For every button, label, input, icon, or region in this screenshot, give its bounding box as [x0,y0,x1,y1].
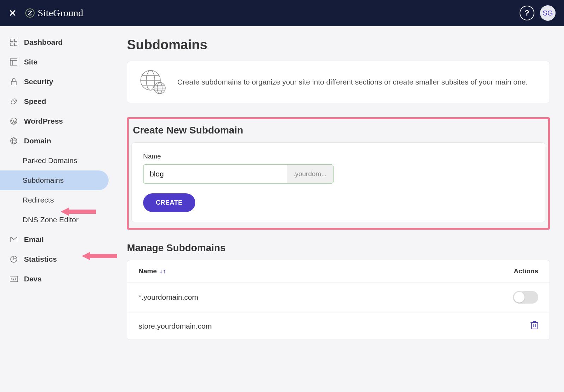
subdomain-name-input[interactable] [143,165,287,183]
sidebar-item-label: Speed [24,97,46,106]
subdomain-input-group: .yourdom... [143,164,333,183]
sidebar-item-devs[interactable]: Devs [0,269,113,289]
column-header-actions: Actions [514,267,538,275]
logo-icon [25,8,35,18]
globe-icon [10,137,18,145]
dashboard-icon [10,38,18,46]
manage-heading: Manage Subdomains [127,242,550,254]
rocket-icon [10,98,18,105]
sidebar: Dashboard Site Security Speed WordPress [0,26,113,392]
sidebar-item-label: Redirects [23,196,54,204]
create-heading: Create New Subdomain [133,125,545,136]
svg-rect-2 [14,39,17,42]
brand-logo[interactable]: SiteGround [25,7,83,19]
toggle-knob [514,292,525,303]
manage-table: Name ↓↑ Actions *.yourdomain.com store.y… [127,260,550,340]
sidebar-item-label: Devs [24,275,42,283]
create-section-highlight: Create New Subdomain Name .yourdom... CR… [127,117,550,230]
sidebar-item-label: Email [24,235,44,244]
column-header-name[interactable]: Name ↓↑ [139,267,166,275]
create-button[interactable]: CREATE [143,193,195,212]
sidebar-subitem-parked-domains[interactable]: Parked Domains [0,151,113,170]
arrow-annotation-icon [61,206,96,217]
sidebar-item-dashboard[interactable]: Dashboard [0,32,113,52]
code-icon [10,275,18,283]
svg-rect-1 [10,39,13,42]
svg-rect-31 [532,323,537,329]
help-button[interactable]: ? [520,6,534,20]
pie-chart-icon [10,255,18,263]
svg-marker-18 [61,207,69,216]
svg-rect-3 [10,43,13,46]
email-icon [10,236,18,243]
table-header: Name ↓↑ Actions [127,260,550,282]
sidebar-subitem-dns-zone-editor[interactable]: DNS Zone Editor [0,210,113,230]
page-title: Subdomains [127,37,550,52]
table-row: *.yourdomain.com [127,282,550,312]
sidebar-subitem-redirects[interactable]: Redirects [0,190,113,210]
brand-text: SiteGround [38,7,83,19]
sidebar-item-label: Statistics [24,255,57,263]
create-form-card: Name .yourdom... CREATE [131,142,545,222]
intro-card: Create subdomains to organize your site … [127,61,550,103]
sort-icon: ↓↑ [160,268,166,275]
sidebar-item-label: WordPress [24,117,63,125]
sidebar-item-wordpress[interactable]: WordPress [0,111,113,131]
sidebar-item-speed[interactable]: Speed [0,92,113,111]
sidebar-subitem-subdomains[interactable]: Subdomains [0,170,109,190]
svg-rect-5 [10,58,17,66]
subdomain-illustration-icon [140,70,166,94]
sidebar-item-label: Dashboard [24,38,63,46]
wordpress-icon [10,117,18,125]
main-content: Subdomains Create subdomains to organize… [113,26,564,392]
trash-icon[interactable] [531,321,538,331]
sidebar-item-security[interactable]: Security [0,72,113,92]
header-right: ? SG [520,5,556,21]
sidebar-item-domain[interactable]: Domain [0,131,113,151]
sidebar-item-site[interactable]: Site [0,52,113,72]
table-row: store.yourdomain.com [127,312,550,340]
header-left: ✕ SiteGround [8,7,83,19]
name-label: Name [143,153,534,160]
arrow-annotation-icon [82,251,117,261]
svg-marker-20 [82,252,90,260]
close-icon[interactable]: ✕ [8,7,17,19]
sidebar-item-label: Security [24,77,53,86]
lock-icon [10,78,18,86]
sidebar-item-label: Site [24,58,38,66]
svg-point-9 [14,100,15,101]
site-icon [10,58,18,66]
toggle-switch[interactable] [513,291,538,304]
sidebar-item-label: Domain [24,137,51,145]
domain-suffix: .yourdom... [287,165,333,183]
sidebar-item-label: Subdomains [23,176,64,185]
avatar[interactable]: SG [540,5,556,21]
subdomain-name-cell: store.yourdomain.com [139,322,212,330]
sidebar-item-email[interactable]: Email [0,230,113,249]
svg-rect-4 [14,43,17,46]
sidebar-item-label: Parked Domains [23,156,77,165]
subdomain-name-cell: *.yourdomain.com [139,293,198,301]
svg-rect-8 [11,81,16,85]
app-header: ✕ SiteGround ? SG [0,0,564,26]
intro-text: Create subdomains to organize your site … [177,76,528,88]
